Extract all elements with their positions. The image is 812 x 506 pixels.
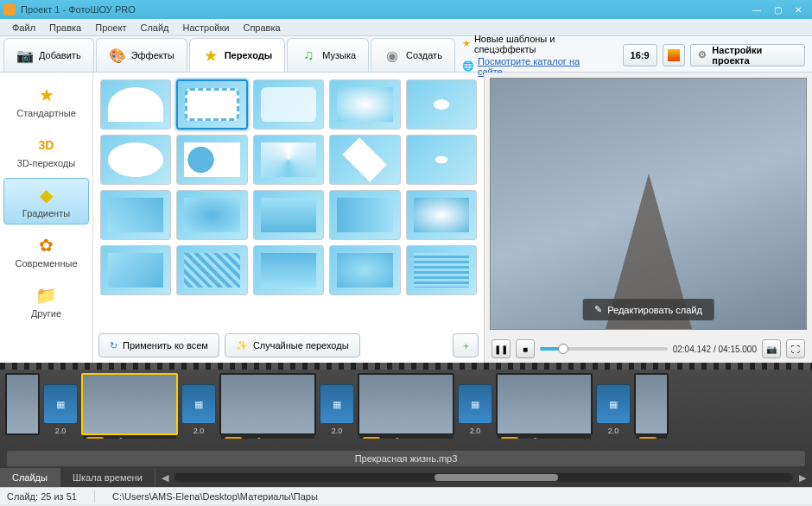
menu-edit[interactable]: Правка bbox=[42, 21, 88, 35]
seek-thumb[interactable] bbox=[558, 344, 568, 354]
scroll-thumb[interactable] bbox=[435, 474, 558, 481]
transition-thumb[interactable] bbox=[406, 79, 477, 130]
snapshot-button[interactable]: 📷 bbox=[762, 339, 781, 358]
timeline-slide[interactable]: 28✎▾7.0 bbox=[496, 373, 593, 435]
transition-thumb[interactable] bbox=[253, 190, 324, 240]
category-gradients[interactable]: ◆ Градиенты bbox=[3, 178, 89, 225]
close-button[interactable]: ✕ bbox=[788, 3, 809, 16]
timeline-scrollbar: ◀ ▶ bbox=[155, 468, 812, 487]
project-settings-label: Настройки проекта bbox=[712, 45, 797, 66]
add-transition-button[interactable]: ＋ bbox=[453, 333, 479, 357]
timeline-tabs: Слайды Шкала времени ◀ ▶ bbox=[0, 468, 812, 487]
menu-settings[interactable]: Настройки bbox=[176, 21, 237, 35]
tab-music[interactable]: ♫ Музыка bbox=[287, 38, 369, 72]
menu-project[interactable]: Проект bbox=[88, 21, 133, 35]
transition-thumb[interactable] bbox=[329, 245, 400, 295]
transition-thumb[interactable] bbox=[406, 135, 477, 185]
timeline-transition[interactable]: ▦2.0 bbox=[181, 384, 216, 424]
category-other[interactable]: 📁 Другие bbox=[3, 278, 89, 325]
film-perforation bbox=[0, 363, 812, 370]
maximize-button[interactable]: ▢ bbox=[767, 3, 788, 16]
gear-icon: ⚙ bbox=[698, 49, 707, 60]
transition-thumb[interactable] bbox=[176, 190, 247, 240]
transition-thumb[interactable] bbox=[176, 79, 247, 130]
aspect-ratio-button[interactable]: 16:9 bbox=[623, 44, 657, 66]
transition-thumb[interactable] bbox=[176, 135, 247, 185]
fullscreen-button[interactable]: ⛶ bbox=[786, 339, 805, 358]
timeline-slide[interactable]: 29 bbox=[634, 373, 669, 435]
transition-thumb[interactable] bbox=[329, 79, 400, 130]
disc-icon: ◉ bbox=[384, 47, 401, 64]
tab-slides-view[interactable]: Слайды bbox=[0, 468, 60, 487]
menu-bar: Файл Правка Проект Слайд Настройки Справ… bbox=[0, 19, 812, 36]
globe-icon: 🌐 bbox=[462, 60, 474, 72]
project-settings-button[interactable]: ⚙ Настройки проекта bbox=[690, 44, 805, 66]
pencil-icon: ✎ bbox=[533, 436, 541, 439]
apply-all-button[interactable]: ↻ Применить ко всем bbox=[98, 333, 219, 357]
random-label: Случайные переходы bbox=[253, 340, 349, 351]
scroll-right-button[interactable]: ▶ bbox=[796, 471, 809, 484]
status-bar: Слайд: 25 из 51 C:\Users\AMS-Elena\Deskt… bbox=[0, 487, 812, 504]
transition-thumb[interactable] bbox=[100, 190, 171, 240]
star-icon: ★ bbox=[462, 38, 471, 49]
menu-file[interactable]: Файл bbox=[5, 21, 42, 35]
transition-thumb[interactable] bbox=[100, 135, 171, 185]
timeline-slide[interactable]: 25✎▾7.0 bbox=[81, 373, 178, 435]
transition-thumb[interactable] bbox=[329, 135, 400, 185]
transition-thumb[interactable] bbox=[100, 245, 171, 295]
main-tabs: 📷 Добавить 🎨 Эффекты ★ Переходы ♫ Музыка… bbox=[0, 36, 812, 73]
edit-slide-button[interactable]: ✎ Редактировать слайд bbox=[582, 299, 714, 320]
transition-thumb[interactable] bbox=[100, 79, 171, 130]
diamond-icon: ◆ bbox=[35, 184, 58, 206]
transition-thumb[interactable] bbox=[253, 135, 324, 185]
tab-add-label: Добавить bbox=[39, 50, 81, 60]
timeline-slide[interactable]: 27✎▾7.0 bbox=[358, 373, 454, 435]
color-swatch-button[interactable] bbox=[663, 44, 686, 66]
edit-slide-label: Редактировать слайд bbox=[607, 305, 702, 315]
scroll-track[interactable] bbox=[174, 473, 793, 482]
timeline-transition[interactable]: ▦2.0 bbox=[43, 384, 78, 424]
transition-thumb[interactable] bbox=[253, 79, 324, 130]
transition-thumb[interactable] bbox=[406, 190, 477, 240]
tab-create[interactable]: ◉ Создать bbox=[371, 38, 455, 72]
timeline-slide[interactable]: 26✎▾7.0 bbox=[219, 373, 316, 435]
time-display: 02:04.142 / 04:15.000 bbox=[673, 345, 757, 354]
timeline-slide[interactable] bbox=[5, 373, 40, 435]
category-3d[interactable]: 3D 3D-переходы bbox=[3, 128, 89, 174]
category-standard[interactable]: ★ Стандартные bbox=[3, 78, 89, 124]
category-modern-label: Современные bbox=[16, 258, 78, 269]
transition-thumb[interactable] bbox=[253, 245, 324, 295]
timeline-transition[interactable]: ▦2.0 bbox=[320, 384, 354, 424]
playback-bar: ❚❚ ■ 02:04.142 / 04:15.000 📷 ⛶ bbox=[485, 335, 812, 363]
tab-effects[interactable]: 🎨 Эффекты bbox=[96, 38, 187, 72]
timeline-track[interactable]: ▦2.0 25✎▾7.0 ▦2.0 26✎▾7.0 ▦2.0 27✎▾7.0 ▦… bbox=[0, 370, 812, 439]
category-3d-label: 3D-переходы bbox=[17, 158, 75, 168]
timeline-transition[interactable]: ▦2.0 bbox=[458, 384, 492, 424]
tab-timeline-view[interactable]: Шкала времени bbox=[60, 468, 155, 487]
menu-help[interactable]: Справка bbox=[236, 21, 287, 35]
status-slide-count: Слайд: 25 из 51 bbox=[7, 491, 77, 502]
transition-thumb[interactable] bbox=[176, 245, 247, 295]
tab-create-label: Создать bbox=[406, 50, 442, 60]
menu-slide[interactable]: Слайд bbox=[133, 21, 175, 35]
audio-track[interactable]: Прекрасная жизнь.mp3 bbox=[7, 451, 805, 466]
minimize-button[interactable]: — bbox=[746, 3, 767, 16]
3d-icon: 3D bbox=[35, 134, 58, 156]
pencil-icon: ✎ bbox=[118, 436, 126, 439]
transition-thumb[interactable] bbox=[406, 245, 477, 295]
tab-transitions[interactable]: ★ Переходы bbox=[189, 38, 286, 72]
window-title: Проект 1 - ФотоШОУ PRO bbox=[21, 4, 746, 15]
timeline-transition[interactable]: ▦2.0 bbox=[596, 384, 631, 424]
category-modern[interactable]: ✿ Современные bbox=[3, 228, 89, 275]
pause-button[interactable]: ❚❚ bbox=[492, 339, 511, 358]
timeline: ▦2.0 25✎▾7.0 ▦2.0 26✎▾7.0 ▦2.0 27✎▾7.0 ▦… bbox=[0, 363, 812, 468]
tab-add[interactable]: 📷 Добавить bbox=[3, 38, 94, 72]
title-bar: Проект 1 - ФотоШОУ PRO — ▢ ✕ bbox=[0, 0, 812, 19]
transition-thumb[interactable] bbox=[329, 190, 400, 240]
seek-bar[interactable] bbox=[540, 347, 668, 351]
stop-button[interactable]: ■ bbox=[516, 339, 535, 358]
random-transitions-button[interactable]: ✨ Случайные переходы bbox=[225, 333, 360, 357]
folder-icon: 📁 bbox=[35, 284, 58, 307]
plus-icon: ＋ bbox=[461, 339, 471, 352]
scroll-left-button[interactable]: ◀ bbox=[159, 471, 171, 484]
